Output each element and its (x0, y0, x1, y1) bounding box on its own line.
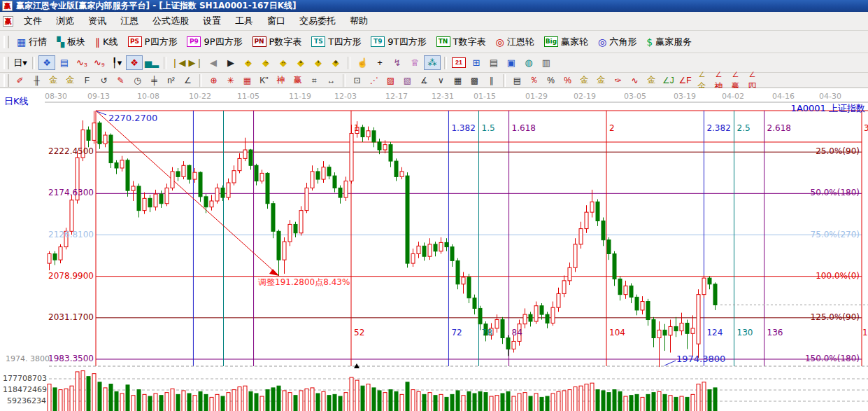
percent-line-1-button[interactable]: ％ (526, 74, 542, 87)
pin-line-tool-button[interactable]: ↯ (389, 55, 406, 70)
chart-pane[interactable]: 日K线 1A0001 上证指数 2270.2700 调整191.2800点8.4… (0, 88, 868, 411)
clock-cycle-button[interactable]: ◷ (129, 74, 145, 87)
candle-arrow-button[interactable]: ✑ (610, 74, 626, 87)
v-lines-button[interactable]: ∨ (433, 74, 449, 87)
toolbar-item-sectors[interactable]: ▚板块 (52, 34, 90, 50)
fence-grid-button[interactable]: ╫ (29, 74, 45, 87)
gann-wheel-icon: ◎ (495, 36, 504, 48)
kline-chart[interactable] (0, 88, 868, 411)
menu-item-gann[interactable]: 江恩 (114, 13, 145, 29)
pattern-red-button[interactable]: ❖ (126, 55, 143, 70)
toolbar-item-kline[interactable]: ∥K线 (91, 34, 122, 50)
menu-item-help[interactable]: 帮助 (343, 13, 374, 29)
diamond-shift-right-button[interactable]: ◆→ (257, 55, 274, 70)
volume-histogram-button[interactable]: ▅▂ (143, 55, 160, 70)
grid-window-1-button[interactable]: ▦ (450, 74, 466, 87)
percent-button[interactable]: % (543, 74, 559, 87)
info-doc-button[interactable]: ▤ (56, 55, 73, 70)
percent-line-2-button[interactable]: % (560, 74, 576, 87)
menu-item-trade-entrust[interactable]: 交易委托 (293, 13, 342, 29)
grid-box-red-button[interactable]: ▦ (239, 74, 255, 87)
notes-button[interactable]: ▤ (485, 55, 502, 70)
red-brush-button[interactable]: ✐ (12, 74, 28, 87)
parallel-lines-button[interactable]: ∥ (483, 74, 499, 87)
crown-tool-button[interactable]: ♕ (406, 55, 423, 70)
n-square-button[interactable]: n² (163, 74, 179, 87)
nav-first-button[interactable]: ❘◀ (170, 55, 187, 70)
box-tool-button[interactable]: ⊡ (349, 74, 365, 87)
fan-lines-button[interactable]: ⋰ (366, 74, 382, 87)
calculator-button[interactable]: ⊞ (468, 55, 485, 70)
gold-line-2-button[interactable]: 金 (643, 74, 660, 87)
crosshair-tool-button[interactable]: + (371, 55, 388, 70)
fan-box-1-button[interactable]: ▨ (383, 74, 399, 87)
title-bar[interactable]: 赢 赢家江恩专业版[赢家内部服务平台] - [上证指数 SH1A0001-167… (0, 0, 868, 12)
diamond-shift-left-button[interactable]: ◆← (240, 55, 257, 70)
diamond-compress-button[interactable]: ◆× (292, 55, 309, 70)
wave-9-button[interactable]: ∿₉ (91, 55, 108, 70)
menu-item-window[interactable]: 窗口 (261, 13, 292, 29)
ying-angle-button[interactable]: ∠赢 (727, 74, 744, 87)
toolbar-item-winner-service[interactable]: $赢家服务 (642, 34, 696, 50)
save-floppy-button[interactable]: ▣ (503, 55, 520, 70)
wave-3-button[interactable]: ∿₃ (73, 55, 90, 70)
shen-angle-button[interactable]: ∠神 (711, 74, 727, 87)
star-grid-button[interactable]: ✳ (222, 74, 239, 87)
f-angle-button[interactable]: ∠F (677, 74, 693, 87)
target-circle-button[interactable]: ⊕ (206, 74, 222, 87)
diamond-expand-all-arrow-icon: ∗ (328, 59, 343, 65)
brain-tool-button[interactable]: ⁂ (424, 55, 441, 70)
candle-style-dropdown-button[interactable]: ╿▾ (108, 55, 125, 70)
diamond-expand-all-button[interactable]: ◆∗ (327, 55, 344, 70)
toolbar-item-9p-square[interactable]: P99P四方形 (183, 34, 246, 50)
ruler-arrows-button[interactable]: ↔ (323, 74, 339, 87)
spiral-tool-button[interactable]: ↺ (96, 74, 112, 87)
diamond-expand-button[interactable]: ◆+ (310, 55, 327, 70)
f-fence-button[interactable]: F (79, 74, 95, 87)
calendar-21-button[interactable]: 21 (450, 55, 467, 70)
angle-lines-button[interactable]: ∡ (416, 74, 432, 87)
gold-fence-1-button[interactable]: 金 (45, 74, 62, 87)
menu-item-browse[interactable]: 浏览 (50, 13, 80, 29)
gold-circle-button[interactable]: 金 (576, 74, 592, 87)
gold-angle-button[interactable]: ∠金 (694, 74, 710, 87)
diamond-expand-h-button[interactable]: ◆↔ (275, 55, 292, 70)
toolbar-item-p-square[interactable]: PSP四方形 (124, 34, 182, 50)
nav-next-button[interactable]: ▶ (222, 55, 239, 70)
pattern-blue-button[interactable]: ❖ (38, 55, 55, 70)
toolbar-item-p-digit-table[interactable]: PNP数字表 (248, 34, 306, 50)
angle-tool-button[interactable]: ∠ (180, 74, 196, 87)
toolbar-item-quotes[interactable]: ▦行情 (13, 34, 51, 50)
menu-item-file[interactable]: 文件 (17, 13, 48, 29)
grid-window-2-button[interactable]: ▩ (467, 74, 483, 87)
network-globe-button[interactable]: ◍ (520, 55, 537, 70)
grid-123-button[interactable]: ⌗ (306, 74, 322, 87)
k-quote-button[interactable]: K" (256, 74, 272, 87)
gold-line-button[interactable]: 金 (593, 74, 609, 87)
menu-item-formula-select[interactable]: 公式选股 (146, 13, 195, 29)
toolbar-item-9t-square[interactable]: T99T四方形 (367, 34, 430, 50)
fence-grid-2-button[interactable]: ╪ (146, 74, 162, 87)
gold-fence-2-button[interactable]: 金 (62, 74, 78, 87)
hand-tool-button[interactable]: ☝ (354, 55, 371, 70)
j-angle-button[interactable]: ∠J (660, 74, 676, 87)
toolbar-item-t-square[interactable]: TST四方形 (307, 34, 365, 50)
toolbar-item-winner-wheel[interactable]: Big赢家轮 (540, 34, 592, 50)
menu-item-settings[interactable]: 设置 (197, 13, 227, 29)
fan-box-2-button[interactable]: ▧ (399, 74, 415, 87)
toolbar-item-t-digit-table[interactable]: TNT数字表 (432, 34, 490, 50)
remote-computer-button[interactable]: ▥ (538, 55, 555, 70)
menu-item-tools[interactable]: 工具 (229, 13, 259, 29)
ying-grid-button[interactable]: 赢 (290, 74, 306, 87)
nav-prev-button[interactable]: ◀ (205, 55, 222, 70)
nav-last-button[interactable]: ▶❘ (187, 55, 204, 70)
chip-distribution-button[interactable]: ▤ (509, 74, 525, 87)
wave-line-button[interactable]: ∿ (627, 74, 643, 87)
kline-style-dropdown-button[interactable]: 日▾ (12, 55, 29, 70)
red-pen-button[interactable]: ✎ (113, 74, 129, 87)
toolbar-item-gann-wheel[interactable]: ◎江恩轮 (491, 34, 538, 50)
si-angle-button[interactable]: ∠四 (744, 74, 760, 87)
toolbar-item-hexagon[interactable]: ◎六角形 (594, 34, 641, 50)
menu-item-news[interactable]: 资讯 (82, 13, 113, 29)
shen-grid-button[interactable]: 神 (273, 74, 289, 87)
